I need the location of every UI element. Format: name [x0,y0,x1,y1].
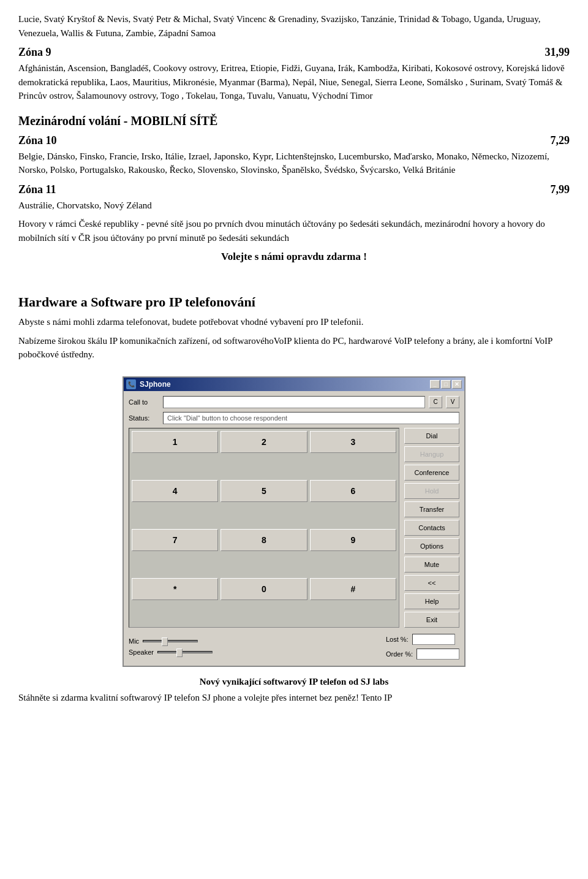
dial-button[interactable]: Dial [404,428,459,444]
hardware-heading: Hardware a Software pro IP telefonování [18,294,570,310]
zone10-countries: Belgie, Dánsko, Finsko, Francie, Irsko, … [18,150,570,177]
hangup-button[interactable]: Hangup [404,446,459,462]
intro-text: Lucie, Svatý Kryštof & Nevis, Svatý Petr… [18,12,570,40]
mobile-heading: Mezinárodní volání - MOBILNÍ SÍTĚ [18,114,570,128]
sjphone-container: 📞 SJphone _ □ ✕ Call to C V Status: [18,376,570,667]
key-1[interactable]: 1 [132,431,218,453]
zone9-price: 31,99 [545,46,570,59]
call-to-label: Call to [129,398,159,406]
sjphone-title: SJphone [140,380,171,389]
sjphone-caption: Nový vynikající softwarový IP telefon od… [18,677,570,687]
key-8[interactable]: 8 [221,529,307,551]
c-button[interactable]: C [429,396,442,408]
key-7[interactable]: 7 [132,529,218,551]
zone9-countries: Afghánistán, Ascension, Bangladéš, Cooko… [18,61,570,103]
mic-slider[interactable] [143,640,198,642]
status-row: Status: Click "Dial" button to choose re… [129,412,459,424]
key-4[interactable]: 4 [132,480,218,502]
key-star[interactable]: * [132,578,218,600]
speaker-label: Speaker [129,649,154,656]
lost-row: Lost %: [386,634,459,645]
key-5[interactable]: 5 [221,480,307,502]
help-button[interactable]: Help [404,593,459,609]
side-buttons: Dial Hangup Conference Hold Transfer Con… [404,428,459,628]
sjphone-desc: Stáhněte si zdarma kvalitní softwarový I… [18,691,570,705]
order-label: Order %: [386,650,413,658]
mute-button[interactable]: Mute [404,557,459,573]
titlebar-buttons: _ □ ✕ [430,380,462,389]
hardware-text2: Nabízeme širokou škálu IP komunikačních … [18,334,570,362]
order-row: Order %: [386,649,459,660]
lost-input[interactable] [412,634,455,645]
mic-row: Mic [129,637,381,645]
speaker-slider[interactable] [157,651,213,653]
zone11-price: 7,99 [551,183,570,196]
sjphone-window: 📞 SJphone _ □ ✕ Call to C V Status: [123,376,466,667]
promo-text: Volejte s námi opravdu zdarma ! [18,251,570,263]
lost-label: Lost %: [386,636,409,643]
sjphone-bottom: Mic Speaker Lost %: [129,631,459,661]
key-6[interactable]: 6 [310,480,396,502]
call-to-input[interactable] [163,396,425,408]
chevron-button[interactable]: << [404,575,459,591]
key-3[interactable]: 3 [310,431,396,453]
zone11-countries: Austrálie, Chorvatsko, Nový Zéland [18,199,570,213]
lost-order-section: Lost %: Order %: [386,634,459,660]
minimize-button[interactable]: _ [430,380,440,389]
hold-button[interactable]: Hold [404,483,459,499]
status-text: Click "Dial" button to choose respondent [167,414,287,422]
options-button[interactable]: Options [404,538,459,554]
zone10-header: Zóna 10 7,29 [18,134,570,147]
call-to-row: Call to C V [129,396,459,408]
zone9-header: Zóna 9 31,99 [18,46,570,59]
exit-button[interactable]: Exit [404,612,459,628]
titlebar-left: 📞 SJphone [126,379,171,389]
zone10-label: Zóna 10 [18,134,57,147]
zone11-label: Zóna 11 [18,183,56,196]
zone9-label: Zóna 9 [18,46,51,59]
keypad: 1 2 3 4 5 6 7 8 9 * 0 # [129,428,399,628]
transfer-button[interactable]: Transfer [404,501,459,517]
contacts-button[interactable]: Contacts [404,520,459,536]
key-2[interactable]: 2 [221,431,307,453]
status-box: Click "Dial" button to choose respondent [163,412,459,424]
v-button[interactable]: V [446,396,459,408]
conference-button[interactable]: Conference [404,465,459,481]
zone10-price: 7,29 [551,134,570,147]
key-hash[interactable]: # [310,578,396,600]
maximize-button[interactable]: □ [441,380,451,389]
speaker-row: Speaker [129,649,381,656]
note-text: Hovory v rámci České republiky - pevné s… [18,217,570,245]
slider-section: Mic Speaker [129,637,381,656]
zone11-header: Zóna 11 7,99 [18,183,570,196]
status-label: Status: [129,414,159,422]
order-input[interactable] [417,649,459,660]
sjphone-app-icon: 📞 [126,379,136,389]
key-0[interactable]: 0 [221,578,307,600]
sjphone-body: Call to C V Status: Click "Dial" button … [124,391,464,666]
mic-label: Mic [129,637,139,645]
speaker-thumb [176,649,183,657]
sjphone-titlebar: 📞 SJphone _ □ ✕ [124,378,464,391]
key-9[interactable]: 9 [310,529,396,551]
close-button[interactable]: ✕ [452,380,462,389]
mic-thumb [162,637,168,646]
sjphone-main: 1 2 3 4 5 6 7 8 9 * 0 # Dial Hangup Conf… [129,428,459,628]
hardware-text1: Abyste s námi mohli zdarma telefonovat, … [18,315,570,329]
